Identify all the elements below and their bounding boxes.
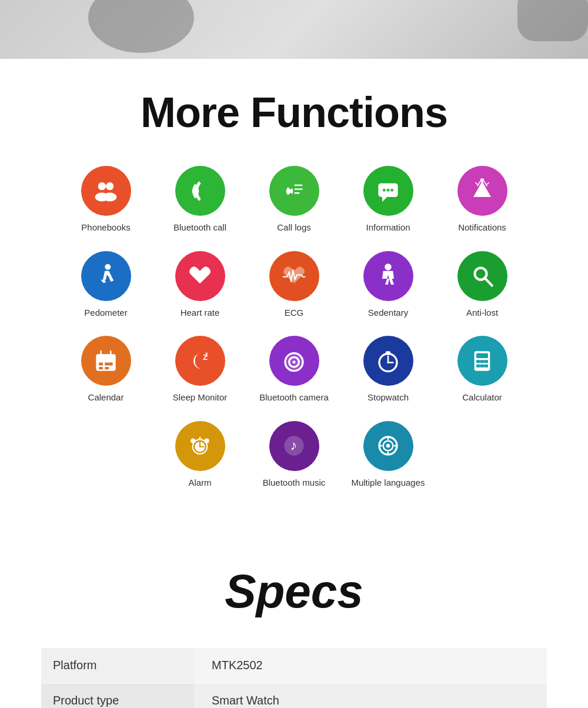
specs-title: Specs xyxy=(24,541,564,648)
calculator-icon xyxy=(457,336,507,386)
multiple-languages-label: Multiple languages xyxy=(351,477,425,489)
sedentary-label: Sedentary xyxy=(368,307,408,319)
stopwatch-icon xyxy=(363,336,413,386)
phonebooks-label: Phonebooks xyxy=(81,222,130,233)
function-item-bluetooth-camera: Bluetooth camera xyxy=(250,336,338,403)
svg-rect-48 xyxy=(484,364,488,367)
svg-point-34 xyxy=(285,353,303,370)
specs-value: Smart Watch xyxy=(194,683,547,709)
svg-line-19 xyxy=(485,278,492,285)
svg-rect-26 xyxy=(109,362,113,365)
call-logs-icon xyxy=(269,166,319,216)
svg-point-9 xyxy=(390,188,393,191)
svg-line-12 xyxy=(477,181,480,186)
function-item-bluetooth-call: Bluetooth call xyxy=(156,166,244,233)
svg-point-3 xyxy=(103,192,116,201)
sleep-monitor-icon: Z Z xyxy=(175,336,225,386)
bluetooth-camera-label: Bluetooth camera xyxy=(259,392,329,403)
svg-rect-42 xyxy=(476,353,488,358)
specs-value: MTK2502 xyxy=(194,648,547,683)
svg-point-60 xyxy=(386,444,390,448)
svg-point-40 xyxy=(387,361,389,363)
call-logs-label: Call logs xyxy=(277,222,311,233)
svg-point-1 xyxy=(106,182,113,190)
specs-key: Platform xyxy=(41,648,194,683)
svg-point-11 xyxy=(480,178,485,182)
svg-rect-47 xyxy=(480,364,485,367)
svg-point-16 xyxy=(105,264,111,270)
svg-line-14 xyxy=(484,181,487,186)
function-item-anti-lost: Anti-lost xyxy=(438,251,526,319)
svg-rect-24 xyxy=(99,362,103,365)
ecg-icon xyxy=(269,251,319,301)
heart-rate-icon xyxy=(175,251,225,301)
information-label: Information xyxy=(366,222,410,233)
main-content: More Functions Phonebooks Bluetooth call xyxy=(0,59,588,708)
heart-rate-label: Heart rate xyxy=(181,307,220,319)
function-item-notifications: Notifications xyxy=(438,166,526,233)
function-item-pedometer: Pedometer xyxy=(62,251,150,319)
svg-rect-46 xyxy=(476,364,480,367)
function-item-sleep-monitor: Z Z Sleep Monitor xyxy=(156,336,244,403)
pedometer-icon xyxy=(81,251,131,301)
ecg-label: ECG xyxy=(285,307,304,319)
multiple-languages-icon xyxy=(363,421,413,471)
calculator-label: Calculator xyxy=(462,392,502,403)
anti-lost-label: Anti-lost xyxy=(466,307,498,319)
functions-title: More Functions xyxy=(24,59,564,160)
function-item-bluetooth-music: ♪ Bluetooth music xyxy=(250,421,338,489)
function-item-heart-rate: Heart rate xyxy=(156,251,244,319)
calendar-icon xyxy=(81,336,131,386)
sleep-monitor-label: Sleep Monitor xyxy=(173,392,228,403)
specs-key: Product type xyxy=(41,683,194,709)
function-item-information: Information xyxy=(344,166,432,233)
svg-rect-28 xyxy=(105,367,109,369)
svg-rect-43 xyxy=(476,360,480,363)
svg-point-17 xyxy=(385,263,392,270)
notifications-icon xyxy=(457,166,507,216)
function-item-ecg: ECG xyxy=(250,251,338,319)
functions-grid: Phonebooks Bluetooth call xyxy=(24,160,564,494)
specs-table: Platform MTK2502 Product type Smart Watc… xyxy=(41,648,547,708)
information-icon xyxy=(363,166,413,216)
function-item-sedentary: Sedentary xyxy=(344,251,432,319)
svg-rect-44 xyxy=(480,360,485,363)
function-item-calendar: Calendar xyxy=(62,336,150,403)
specs-section: Specs Platform MTK2502 Product type Smar… xyxy=(24,529,564,708)
function-item-alarm: Alarm xyxy=(156,421,244,489)
svg-line-13 xyxy=(475,182,478,185)
svg-point-7 xyxy=(383,188,386,191)
bluetooth-music-label: Bluetooth music xyxy=(263,477,326,489)
svg-line-15 xyxy=(486,182,489,185)
svg-point-54 xyxy=(205,439,209,443)
svg-rect-21 xyxy=(96,354,115,360)
function-item-calculator: Calculator xyxy=(438,336,526,403)
bluetooth-call-label: Bluetooth call xyxy=(173,222,226,233)
svg-point-0 xyxy=(98,182,106,190)
stopwatch-label: Stopwatch xyxy=(368,392,409,403)
bluetooth-camera-icon xyxy=(269,336,319,386)
svg-point-53 xyxy=(191,439,195,443)
pedometer-label: Pedometer xyxy=(84,307,127,319)
function-item-phonebooks: Phonebooks xyxy=(62,166,150,233)
function-item-call-logs: Call logs xyxy=(250,166,338,233)
svg-text:Z: Z xyxy=(205,351,208,357)
alarm-label: Alarm xyxy=(188,477,211,489)
top-banner xyxy=(0,0,588,59)
function-item-multiple-languages: Multiple languages xyxy=(344,421,432,489)
specs-row: Product type Smart Watch xyxy=(41,683,547,709)
anti-lost-icon xyxy=(457,251,507,301)
bluetooth-call-icon xyxy=(175,166,225,216)
function-item-stopwatch: Stopwatch xyxy=(344,336,432,403)
calendar-label: Calendar xyxy=(88,392,124,403)
svg-text:♪: ♪ xyxy=(290,438,297,453)
svg-rect-36 xyxy=(386,351,390,353)
svg-rect-25 xyxy=(105,362,109,365)
alarm-icon xyxy=(175,421,225,471)
svg-rect-45 xyxy=(484,360,488,363)
notifications-label: Notifications xyxy=(458,222,506,233)
phonebooks-icon xyxy=(81,166,131,216)
specs-row: Platform MTK2502 xyxy=(41,648,547,683)
bluetooth-music-icon: ♪ xyxy=(269,421,319,471)
svg-point-8 xyxy=(387,188,390,191)
